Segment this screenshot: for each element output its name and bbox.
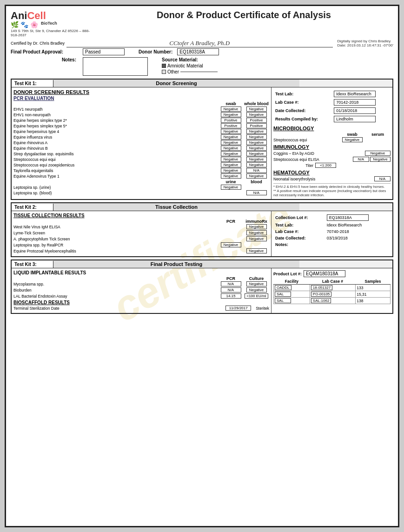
sig-line: Certified by Dr. Chris Bradley CCtofer A…: [11, 40, 333, 47]
logo-area: AniCell 🌿 🐾 🌸 BioTech 149 S 79th St, Ste…: [11, 10, 94, 37]
liquid-row-1: Bioburden N/A Negative: [13, 287, 269, 293]
testlab-value: Idexx BioResearch: [333, 90, 390, 98]
hem-title: HEMATOLOGY: [273, 170, 391, 175]
tk2-collected-value: 03/19/2018: [326, 235, 390, 241]
product-lot-label: Product Lot #:: [273, 272, 302, 276]
pcr-swab-header: swab: [218, 101, 244, 106]
pcr-row-6: Equine rhinovirus ANegativeNegative: [13, 140, 269, 145]
tk2-left: TISSUE COLLECTION RESULTS PCR immunoRx W…: [12, 211, 272, 256]
tk1-label: Test Kit 1:: [12, 80, 53, 87]
tk2-testlab-label: Test Lab:: [274, 222, 325, 228]
notes-label: Notes:: [11, 57, 78, 62]
pcr-row-8: Strep dysgalactiae ssp. equisimilisNegat…: [13, 151, 269, 156]
liquid-row-2: LAL Bacterial Endotoxin Assay 14.15 <100…: [13, 293, 269, 299]
strepto-elisa-row: Streptococcus equi ELISA N/A Negative: [273, 157, 391, 162]
liquid-title: LIQUID IMPLANTABLE RESULTS: [13, 270, 269, 275]
tk2-body: TISSUE COLLECTION RESULTS PCR immunoRx W…: [12, 211, 392, 256]
tk3-right: Product Lot #: EQAM180318A Facility Lab …: [272, 268, 392, 313]
tissue-row-4: Equine Protozoal Myeloencephalitis Negat…: [13, 248, 269, 253]
samples-col-header: Samples: [356, 279, 391, 285]
labcase-col-header: Lab Case #: [310, 279, 355, 285]
tk2-name: Tissue Collection: [53, 203, 299, 211]
tk2-labcase-row: Lab Case #: 70740-2018: [274, 229, 390, 234]
micro-col-headers: swab serum: [273, 132, 391, 137]
tk1-name: Donor Screening: [53, 80, 299, 87]
tissue-title: TISSUE COLLECTION RESULTS: [13, 213, 269, 218]
pcr-row-11: Taylorella equigenitalisNegativeN/A: [13, 168, 269, 173]
tk3-row-1: SAL PO-00105 15,31: [274, 291, 391, 298]
pcr-name-col-header: [13, 101, 218, 106]
pcr-row-3: Equine herpes simplex type 5*PositivePos…: [13, 123, 269, 128]
labcase-value: 70142-2018: [333, 99, 390, 106]
pcr-col-headers: swab whole blood: [13, 101, 269, 106]
tk3-facility-1: SAL: [274, 291, 310, 298]
source-label: Source Material:: [162, 57, 218, 62]
product-lot-row: Product Lot #: EQAM180318A: [273, 270, 391, 277]
header: AniCell 🌿 🐾 🌸 BioTech 149 S 79th St, Ste…: [11, 10, 393, 37]
notes-box[interactable]: [83, 57, 148, 76]
tk3-right-header: [299, 263, 392, 265]
coll-lot-row: Collection Lot #: EQ180318A: [274, 214, 390, 221]
pcr-row-12: Equine Adenovirus Type 1NegativeNegative: [13, 173, 269, 179]
testlab-row: Test Lab: Idexx BioResearch: [274, 90, 390, 98]
tk2-labcase-label: Lab Case #:: [274, 229, 325, 234]
fpa-row: Final Product Approval: Passed Donor Num…: [11, 48, 393, 55]
tissue-row-2: A. phagocytophilum Tick Screen Negative: [13, 236, 269, 241]
liquid-row-0: Mycoplasma spp. N/A Negative: [13, 281, 269, 286]
certified-label: Certified by Dr. Chris Bradley: [11, 41, 65, 46]
tk2-collected-label: Date Collected:: [274, 235, 325, 241]
other-row: Other: [162, 69, 218, 74]
tk3-right-table: Facility Lab Case # Samples OADDL 18-051…: [273, 279, 391, 304]
tk3-header: Test Kit 3: Final Product Testing: [12, 260, 392, 268]
amniotic-checkbox[interactable]: [162, 64, 166, 68]
tk2-testlab-row: Test Lab: Idexx BioResearch: [274, 222, 390, 228]
sig-left: Certified by Dr. Chris Bradley CCtofer A…: [11, 40, 333, 47]
pcr-title: PCR EVALUATION: [13, 96, 269, 101]
collected-value: 01/18/2018: [333, 107, 390, 114]
hem-row-0: Neonatal isoerythrolysis N/A: [273, 176, 391, 181]
tk3-name: Final Product Testing: [53, 260, 299, 268]
paw-icon: 🐾: [20, 21, 28, 28]
flower-icon: 🌸: [30, 21, 38, 28]
amniotic-label: Amniotic Material: [167, 63, 203, 68]
fpa-label: Final Product Approval:: [11, 49, 78, 54]
tk3-left: LIQUID IMPLANTABLE RESULTS PCR Culture M…: [12, 268, 272, 313]
pcr-row-4: Equine herpesvirus type 4NegativeNegativ…: [13, 129, 269, 134]
other-checkbox[interactable]: [162, 70, 166, 74]
tk2-notes-label: Notes:: [274, 242, 325, 247]
compiled-label: Results Compiled by:: [274, 115, 332, 123]
imm-title: IMMUNOLOGY: [273, 144, 391, 150]
footnote1: * EHV-2 & EHV-5 have been widely detecte…: [273, 185, 391, 189]
leaf-icon: 🌿: [11, 21, 19, 28]
tissue-row-3: Leptospira spp. by RealPCR Negative: [13, 242, 269, 247]
coggins-row: Coggins – EIA by AGID Negative: [273, 151, 391, 156]
pcr-row-5: Equine influenza virusNegativeNegative: [13, 134, 269, 140]
collected-label: Date Collected:: [274, 107, 332, 114]
facility-col-header: Facility: [274, 279, 310, 285]
lepto-row-1: Leptospira sp. (blood) N/A: [13, 190, 269, 195]
sig-right: Digitally signed by Chris Bradley Date: …: [338, 39, 393, 47]
tk3-row-0: OADDL 18-051327 133: [274, 285, 391, 291]
compiled-value: Lindholm: [333, 115, 390, 123]
tk3-facility-2: SAL: [274, 298, 310, 304]
lepto-headers: urine blood: [13, 180, 269, 184]
pcr-row-9: Streptococcus equi equiNegativeNegative: [13, 157, 269, 162]
micro-title: MICROBIOLOGY: [273, 126, 391, 131]
screening-title: DONOR SCREENING RESULTS: [13, 89, 269, 95]
tk3-facility-0: OADDL: [274, 285, 310, 291]
coll-lot-value: EQ180318A: [326, 214, 390, 221]
fpa-value: Passed: [83, 48, 125, 55]
logo-brand: AniCell: [11, 10, 94, 22]
titer-row: Titer <1:200: [273, 163, 391, 168]
test-kit-1-section: Test Kit 1: Donor Screening DONOR SCREEN…: [11, 79, 393, 200]
tk2-labcase-value: 70740-2018: [326, 229, 390, 234]
pcr-row-1: EHV1 non-neuropathNegativeNegative: [13, 112, 269, 117]
dn-label: Donor Number:: [139, 49, 172, 54]
test-kit-2-section: Test Kit 2: Tissue Collection TISSUE COL…: [11, 202, 393, 257]
tk1-right-header: [299, 82, 392, 84]
pcr-wb-header: whole blood: [244, 101, 269, 106]
tk2-collected-row: Date Collected: 03/19/2018: [274, 235, 390, 241]
tk2-right-header: [299, 206, 392, 208]
tk3-table-header: Facility Lab Case # Samples: [274, 279, 391, 285]
bio-facility: Steritek: [256, 306, 269, 311]
